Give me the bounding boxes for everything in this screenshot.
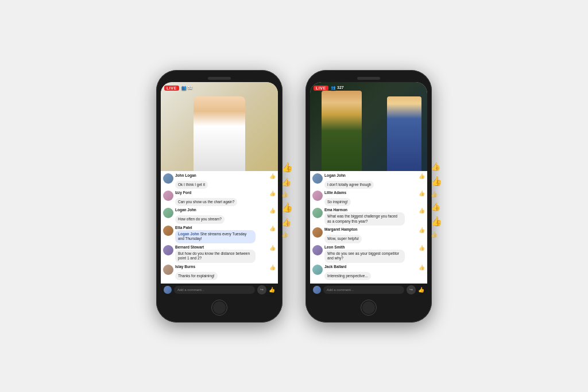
phone-2: LIVE 👥 327 Logan John I don't totally ag… bbox=[305, 70, 432, 323]
avatar bbox=[163, 173, 173, 184]
home-button[interactable] bbox=[361, 300, 377, 316]
phone-2-video: LIVE 👥 327 bbox=[310, 82, 427, 171]
float-thumb-icon: 👍 bbox=[431, 162, 442, 171]
message-bubble: I don't totally agree though bbox=[324, 181, 374, 189]
message-bubble: Ok I think I get it bbox=[175, 181, 208, 189]
list-item: Margaret Hampton Wow, super helpful 👍 bbox=[312, 227, 425, 243]
phone-1-top-bar bbox=[161, 77, 278, 80]
message-bubble: Thanks for explaining! bbox=[175, 272, 218, 280]
thumbs-up-icon: 👍 bbox=[269, 208, 276, 214]
phone-2-speaker bbox=[357, 77, 380, 80]
phone-2-chat: Logan John I don't totally agree though … bbox=[310, 171, 427, 284]
avatar bbox=[312, 245, 323, 255]
message-name: Margaret Hampton bbox=[324, 227, 425, 231]
thumbs-up-icon: 👍 bbox=[419, 265, 425, 270]
float-thumb-icon: 👍 bbox=[281, 218, 293, 227]
share-button[interactable]: ↪ bbox=[257, 285, 266, 294]
float-thumb-icon: 👍 bbox=[281, 162, 293, 173]
avatar bbox=[312, 208, 323, 218]
list-item: Etta Patel Logan John She streams every … bbox=[163, 226, 276, 243]
home-button[interactable] bbox=[211, 300, 227, 316]
user-avatar bbox=[164, 286, 172, 294]
message-name: Bernard Stewart bbox=[175, 245, 276, 249]
thumbs-up-icon: 👍 bbox=[269, 173, 276, 179]
phone-2-bottom-bar bbox=[310, 300, 427, 316]
phone-1: LIVE 👥 52 John Logan Ok I think I get it… bbox=[156, 70, 283, 323]
message-bubble: What was the biggest challenge you faced… bbox=[324, 212, 405, 226]
thumbs-up-icon: 👍 bbox=[269, 245, 276, 251]
avatar bbox=[163, 208, 173, 218]
comment-input-field[interactable]: Add a comment... bbox=[174, 286, 255, 294]
phone-2-top-bar bbox=[310, 77, 427, 80]
phone-2-video-person-a bbox=[322, 91, 362, 171]
message-bubble: Interesting perspective... bbox=[324, 272, 371, 280]
list-item: Logan John I don't totally agree though … bbox=[312, 173, 425, 189]
message-bubble: How often do you stream? bbox=[175, 215, 225, 223]
message-name: Islay Burns bbox=[175, 265, 276, 269]
thumbs-up-icon: 👍 bbox=[269, 265, 276, 270]
message-bubble: Who do you see as your biggest competito… bbox=[324, 250, 405, 263]
avatar bbox=[312, 173, 323, 184]
list-item: Leon Smith Who do you see as your bigges… bbox=[312, 245, 425, 263]
people-icon: 👥 bbox=[331, 86, 336, 90]
float-thumb-icon: 👍 bbox=[431, 176, 442, 187]
thumbs-up-icon: 👍 bbox=[269, 226, 276, 231]
phone-1-chat: John Logan Ok I think I get it 👍 Izzy Fo… bbox=[161, 171, 278, 284]
mention: Logan John bbox=[178, 232, 199, 236]
message-name: Lillie Adams bbox=[324, 191, 425, 195]
message-content: Ema Harmon What was the biggest challeng… bbox=[324, 208, 425, 226]
list-item: Jack Ballard Interesting perspective... … bbox=[312, 265, 425, 280]
float-thumb-icon: 👍 bbox=[281, 177, 293, 187]
message-content: John Logan Ok I think I get it bbox=[175, 173, 276, 189]
message-bubble: Wow, super helpful bbox=[324, 235, 362, 243]
message-content: Logan John How often do you stream? bbox=[175, 208, 276, 223]
phone-1-bottom-bar bbox=[161, 300, 278, 316]
message-content: Jack Ballard Interesting perspective... bbox=[324, 265, 425, 280]
message-content: Logan John I don't totally agree though bbox=[324, 173, 425, 189]
phone-1-comment-bar: Add a comment... ↪ 👍 bbox=[161, 284, 278, 296]
message-name: Izzy Ford bbox=[175, 191, 276, 195]
thumbs-up-button[interactable]: 👍 bbox=[418, 287, 424, 293]
thumbs-up-icon: 👍 bbox=[419, 227, 425, 233]
comment-input-field[interactable]: Add a comment... bbox=[323, 286, 404, 294]
thumbs-up-button[interactable]: 👍 bbox=[269, 287, 275, 293]
float-thumb-icon: 👍 bbox=[281, 231, 293, 238]
phone-2-comment-bar: Add a comment... ↪ 👍 bbox=[310, 284, 427, 296]
message-content: Leon Smith Who do you see as your bigges… bbox=[324, 245, 425, 263]
list-item: Islay Burns Thanks for explaining! 👍 bbox=[163, 265, 276, 280]
avatar bbox=[312, 191, 323, 201]
float-thumb-icon: 👍 bbox=[281, 202, 293, 213]
avatar bbox=[312, 265, 323, 275]
phone-1-viewer-count: 👥 52 bbox=[181, 86, 192, 90]
float-thumb-icon: 👍 bbox=[431, 202, 442, 211]
message-bubble: Logan John She streams every Tuesday and… bbox=[175, 230, 256, 243]
phone-2-video-person-b bbox=[387, 96, 421, 171]
message-name: Etta Patel bbox=[175, 226, 276, 230]
list-item: Bernard Stewart But how do you know the … bbox=[163, 245, 276, 263]
user-avatar bbox=[313, 286, 321, 294]
avatar bbox=[163, 191, 173, 201]
phone-2-viewer-count: 👥 327 bbox=[331, 86, 344, 90]
float-thumb-icon: 👍 bbox=[431, 191, 442, 197]
avatar bbox=[163, 265, 173, 275]
avatar bbox=[163, 245, 173, 255]
thumbs-up-icon: 👍 bbox=[419, 173, 425, 179]
phone-2-screen: LIVE 👥 327 Logan John I don't totally ag… bbox=[310, 82, 427, 296]
avatar bbox=[312, 227, 323, 238]
message-content: Izzy Ford Can you show us the chart agai… bbox=[175, 191, 276, 206]
list-item: Ema Harmon What was the biggest challeng… bbox=[312, 208, 425, 226]
message-bubble: Can you show us the chart again? bbox=[175, 198, 237, 206]
avatar bbox=[163, 226, 173, 236]
people-icon: 👥 bbox=[181, 86, 187, 90]
message-name: Ema Harmon bbox=[324, 208, 425, 212]
float-thumb-icon: 👍 bbox=[431, 231, 442, 238]
phone-2-video-bg bbox=[310, 82, 427, 171]
share-button[interactable]: ↪ bbox=[407, 285, 416, 294]
message-content: Islay Burns Thanks for explaining! bbox=[175, 265, 276, 280]
thumbs-up-icon: 👍 bbox=[419, 245, 425, 251]
phone-1-speaker bbox=[208, 77, 231, 80]
message-bubble: So inspiring! bbox=[324, 198, 351, 206]
phone-1-live-badge: LIVE bbox=[164, 86, 179, 91]
comment-placeholder: Add a comment... bbox=[327, 288, 354, 292]
comment-placeholder: Add a comment... bbox=[177, 288, 204, 292]
